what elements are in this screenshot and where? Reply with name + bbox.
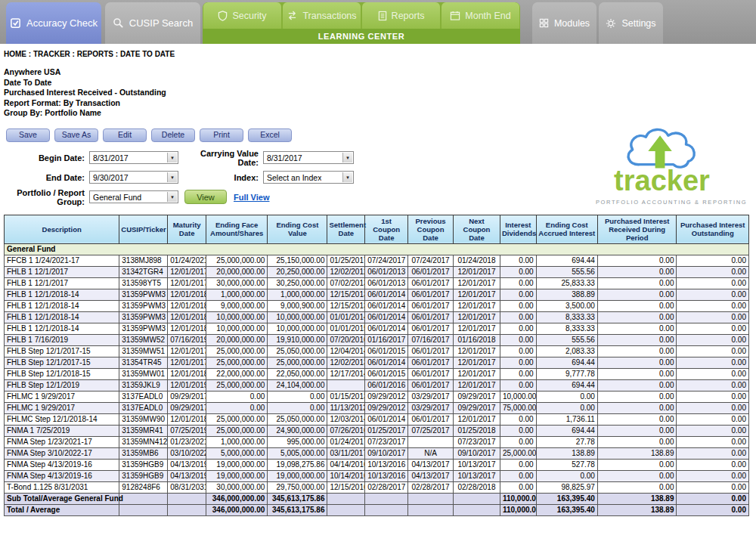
table-cell: 0.00 — [597, 345, 677, 357]
tab-label: Accuracy Check — [26, 17, 98, 29]
table-cell: 12/01/2017 — [454, 277, 500, 289]
tab-accuracy-check[interactable]: Accuracy Check — [6, 2, 101, 44]
table-cell: 3138MJ898 — [119, 255, 168, 266]
table-cell: 12/01/2017 — [454, 413, 500, 425]
table-cell: 31359PWM3 — [119, 323, 168, 334]
portfolio-report-group-select[interactable]: General Fund ▼ — [89, 190, 178, 203]
end-date-select[interactable]: 9/30/2017 ▼ — [89, 171, 178, 184]
tab-month-end[interactable]: Month End — [442, 2, 519, 29]
table-cell: 31359MW51 — [119, 345, 168, 357]
table-cell: 10/13/2017 — [454, 459, 500, 470]
learning-center-label: LEARNING CENTER — [318, 32, 405, 41]
table-cell: 694.44 — [536, 425, 597, 436]
table-cell: 0.00 — [500, 413, 536, 425]
table-cell: 0.00 — [597, 402, 677, 413]
full-view-link[interactable]: Full View — [234, 193, 269, 202]
table-cell: 694.44 — [536, 379, 597, 391]
table-cell: 110,000.00 — [500, 493, 536, 504]
table-cell: 12/02/2013 — [327, 357, 365, 368]
table-cell: 09/29/2017 — [168, 402, 206, 413]
save-as-button[interactable]: Save As — [54, 128, 98, 142]
table-cell: 0.00 — [500, 470, 536, 481]
table-cell — [327, 504, 365, 515]
table-cell: FHLMC 1 9/29/2017 — [5, 391, 119, 402]
begin-date-select[interactable]: 8/31/2017 ▼ — [89, 151, 178, 164]
report-header: Anywhere USA Date To Date Purchased Inte… — [4, 67, 756, 119]
print-button[interactable]: Print — [200, 128, 243, 142]
col-header-maturity-date: Maturity Date — [168, 215, 206, 243]
col-header-ending-face: Ending Face Amount/Shares — [206, 215, 268, 243]
table-cell: 0.00 — [597, 459, 677, 470]
table-cell: 0.00 — [206, 391, 268, 402]
table-cell: FHLMC Step 12/1/2018-14 — [5, 413, 119, 425]
carrying-value-date-select[interactable]: 8/31/2017 ▼ — [263, 151, 354, 164]
learning-center-banner[interactable]: LEARNING CENTER — [203, 29, 520, 44]
chevron-down-icon: ▼ — [342, 172, 352, 182]
tab-label: CUSIP Search — [129, 17, 193, 29]
tab-cusip-search[interactable]: CUSIP Search — [105, 2, 200, 44]
table-cell: 07/24/2017 — [365, 255, 408, 266]
breadcrumb[interactable]: HOME : TRACKER : REPORTS : DATE TO DATE — [4, 50, 756, 58]
table-cell: 29,750,000.00 — [268, 481, 327, 493]
brand-tagline: PORTFOLIO ACCOUNTING & REPORTING — [596, 199, 728, 206]
table-cell: 19,000,000.00 — [268, 470, 327, 481]
table-cell: 0.00 — [677, 470, 749, 481]
view-button[interactable]: View — [184, 190, 227, 204]
table-cell: 09/29/2012 — [365, 391, 408, 402]
table-cell: 06/01/2017 — [408, 379, 454, 391]
table-row: T-Bond 1.125 8/31/20319128248F608/31/203… — [5, 481, 749, 493]
table-cell: 0.00 — [500, 436, 536, 447]
table-cell: 06/01/2017 — [408, 357, 454, 368]
table-cell: 07/25/2017 — [408, 425, 454, 436]
table-cell: 0.00 — [597, 391, 677, 402]
table-cell: FNMA 1 7/25/2019 — [5, 425, 119, 436]
tab-settings[interactable]: Settings — [599, 2, 663, 44]
table-cell — [365, 493, 408, 504]
index-select[interactable]: Select an Index ▼ — [263, 171, 354, 184]
edit-button[interactable]: Edit — [103, 128, 147, 142]
table-cell: 25,000,000.00 — [206, 379, 268, 391]
table-cell: 25,000,000.00 — [206, 425, 268, 436]
table-row: FHLMC Step 12/1/2018-1431359MW9012/01/20… — [5, 413, 749, 425]
excel-button[interactable]: Excel — [248, 128, 292, 142]
index-label: Index: — [178, 173, 259, 182]
table-cell: 20,000,000.00 — [206, 334, 268, 345]
table-cell: 09/29/2017 — [168, 391, 206, 402]
table-cell: 12/01/2017 — [168, 266, 206, 277]
tab-modules[interactable]: Modules — [532, 2, 596, 44]
delete-button[interactable]: Delete — [151, 128, 195, 142]
table-cell: 0.00 — [268, 402, 327, 413]
table-cell: 0.00 — [500, 425, 536, 436]
table-cell: 06/01/2014 — [365, 289, 408, 300]
col-header-first-coupon: 1st Coupon Date — [365, 215, 408, 243]
table-cell — [454, 493, 500, 504]
subtotal-row: Sub Total/Average General Fund346,000,00… — [5, 493, 749, 504]
table-cell: 12/01/2017 — [454, 345, 500, 357]
table-cell: 0.00 — [500, 368, 536, 379]
table-cell: 1,000,000.00 — [206, 289, 268, 300]
table-cell: 0.00 — [500, 289, 536, 300]
table-cell: 0.00 — [536, 470, 597, 481]
tab-label: Reports — [392, 11, 425, 21]
table-row: FHLB 1 12/1/2018-1431359PWM312/01/20189,… — [5, 300, 749, 311]
table-cell: 30,000,000.00 — [206, 277, 268, 289]
table-cell: Total / Average — [5, 504, 119, 515]
table-header-row: Description CUSIP/Ticker Maturity Date E… — [5, 215, 749, 243]
table-cell: 555.56 — [536, 334, 597, 345]
table-cell: 8,333.33 — [536, 311, 597, 323]
table-cell: 04/13/2017 — [408, 470, 454, 481]
tab-reports[interactable]: Reports — [362, 2, 440, 29]
table-cell: 06/01/2015 — [365, 345, 408, 357]
tab-transactions[interactable]: Transactions — [283, 2, 361, 29]
table-cell: 138.89 — [597, 447, 677, 459]
group-label: General Fund — [5, 243, 749, 255]
table-cell: 0.00 — [677, 277, 749, 289]
table-cell: 31342TGR4 — [119, 266, 168, 277]
table-cell: 8,333.33 — [536, 323, 597, 334]
save-button[interactable]: Save — [6, 128, 50, 142]
tab-security[interactable]: Security — [203, 2, 281, 29]
table-cell: 09/10/2017 — [365, 447, 408, 459]
table-cell: 0.00 — [677, 391, 749, 402]
table-cell: 12/01/2017 — [168, 357, 206, 368]
table-cell: FNMA Step 3/10/2022-17 — [5, 447, 119, 459]
